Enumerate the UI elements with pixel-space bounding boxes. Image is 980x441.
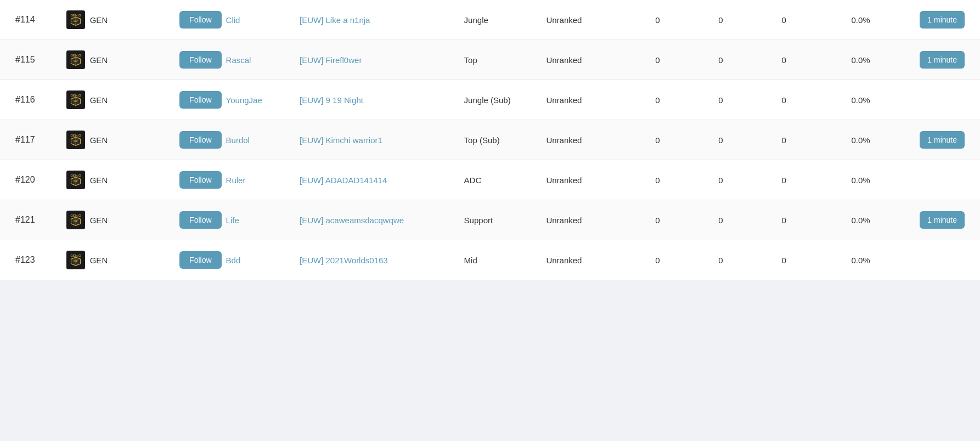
- svg-text:GEN.G: GEN.G: [70, 174, 81, 177]
- summoner-cell[interactable]: [EUW] acaweamsdacqwqwe: [291, 200, 455, 240]
- team-cell: GEN.G GP GEN: [57, 40, 171, 80]
- stat1-cell: 0: [626, 80, 689, 120]
- team-name-label: GEN: [90, 135, 108, 145]
- follow-button[interactable]: Follow: [179, 211, 221, 229]
- tier-cell: Unranked: [537, 80, 626, 120]
- pct-cell: 0.0%: [815, 240, 878, 280]
- team-cell: GEN.G GP GEN: [57, 80, 171, 120]
- rank-cell: #115: [0, 40, 57, 80]
- summoner-cell[interactable]: [EUW] 9 19 Night: [291, 80, 455, 120]
- rank-cell: #116: [0, 80, 57, 120]
- stat1-cell: 0: [626, 120, 689, 160]
- role-cell: Jungle (Sub): [455, 80, 538, 120]
- rank-number: #116: [15, 95, 35, 104]
- summoner-cell[interactable]: [EUW] Firefl0wer: [291, 40, 455, 80]
- tier-cell: Unranked: [537, 200, 626, 240]
- player-name-label: Burdol: [226, 135, 250, 145]
- rank-number: #120: [15, 175, 35, 184]
- time-cell: 1 minute: [879, 40, 980, 80]
- stat3-cell: 0: [752, 120, 815, 160]
- stat3-cell: 0: [752, 80, 815, 120]
- rank-number: #115: [15, 55, 35, 64]
- stat3-cell: 0: [752, 160, 815, 200]
- follow-button[interactable]: Follow: [179, 91, 221, 109]
- svg-text:GEN.G: GEN.G: [70, 94, 81, 97]
- stat2-cell: 0: [689, 0, 752, 40]
- tier-cell: Unranked: [537, 240, 626, 280]
- pct-cell: 0.0%: [815, 120, 878, 160]
- stat2-cell: 0: [689, 40, 752, 80]
- team-name-label: GEN: [90, 55, 108, 65]
- svg-text:GP: GP: [74, 179, 78, 183]
- svg-text:GP: GP: [74, 219, 78, 223]
- follow-button[interactable]: Follow: [179, 51, 221, 69]
- player-name-label: Rascal: [226, 55, 251, 65]
- player-cell: FollowLife: [171, 200, 291, 240]
- player-cell: FollowBdd: [171, 240, 291, 280]
- table-row: #123 GEN.G GP GENFollowBdd[EUW] 2021Worl…: [0, 240, 980, 280]
- rank-cell: #121: [0, 200, 57, 240]
- stat2-cell: 0: [689, 160, 752, 200]
- summoner-cell[interactable]: [EUW] ADADAD141414: [291, 160, 455, 200]
- svg-text:GEN.G: GEN.G: [70, 54, 81, 57]
- stat3-cell: 0: [752, 240, 815, 280]
- role-cell: Support: [455, 200, 538, 240]
- team-cell: GEN.G GP GEN: [57, 240, 171, 280]
- player-cell: FollowClid: [171, 0, 291, 40]
- pct-cell: 0.0%: [815, 200, 878, 240]
- summoner-cell[interactable]: [EUW] Like a n1nja: [291, 0, 455, 40]
- table-row: #116 GEN.G GP GENFollowYoungJae[EUW] 9 1…: [0, 80, 980, 120]
- team-name-label: GEN: [90, 256, 108, 265]
- team-logo-icon: GEN.G GP: [66, 50, 86, 70]
- follow-button[interactable]: Follow: [179, 251, 221, 269]
- stat2-cell: 0: [689, 80, 752, 120]
- player-cell: FollowBurdol: [171, 120, 291, 160]
- team-name-label: GEN: [90, 15, 108, 25]
- rank-number: #114: [15, 15, 35, 24]
- summoner-link[interactable]: [EUW] Kimchi warrior1: [300, 135, 382, 145]
- summoner-link[interactable]: [EUW] 9 19 Night: [300, 95, 363, 105]
- svg-text:GEN.G: GEN.G: [70, 134, 81, 137]
- stat3-cell: 0: [752, 200, 815, 240]
- summoner-link[interactable]: [EUW] Firefl0wer: [300, 55, 362, 65]
- stat1-cell: 0: [626, 160, 689, 200]
- player-cell: FollowYoungJae: [171, 80, 291, 120]
- table-row: #117 GEN.G GP GENFollowBurdol[EUW] Kimch…: [0, 120, 980, 160]
- summoner-cell[interactable]: [EUW] Kimchi warrior1: [291, 120, 455, 160]
- follow-button[interactable]: Follow: [179, 11, 221, 29]
- pct-cell: 0.0%: [815, 40, 878, 80]
- role-cell: Top (Sub): [455, 120, 538, 160]
- time-badge: 1 minute: [920, 131, 965, 149]
- stat1-cell: 0: [626, 40, 689, 80]
- summoner-link[interactable]: [EUW] acaweamsdacqwqwe: [300, 216, 404, 225]
- time-cell: [879, 80, 980, 120]
- team-cell: GEN.G GP GEN: [57, 160, 171, 200]
- time-cell: 1 minute: [879, 120, 980, 160]
- summoner-link[interactable]: [EUW] 2021Worlds0163: [300, 256, 388, 265]
- team-name-label: GEN: [90, 216, 108, 225]
- pct-cell: 0.0%: [815, 0, 878, 40]
- pct-cell: 0.0%: [815, 160, 878, 200]
- follow-button[interactable]: Follow: [179, 171, 221, 189]
- stat1-cell: 0: [626, 240, 689, 280]
- time-cell: 1 minute: [879, 0, 980, 40]
- summoner-link[interactable]: [EUW] Like a n1nja: [300, 15, 370, 25]
- svg-text:GEN.G: GEN.G: [70, 254, 81, 257]
- svg-text:GEN.G: GEN.G: [70, 214, 81, 217]
- summoner-link[interactable]: [EUW] ADADAD141414: [300, 176, 387, 185]
- tier-cell: Unranked: [537, 160, 626, 200]
- team-cell: GEN.G GP GEN: [57, 120, 171, 160]
- team-cell: GEN.G GP GEN: [57, 0, 171, 40]
- time-badge: 1 minute: [920, 211, 965, 229]
- team-logo-icon: GEN.G GP: [66, 10, 86, 30]
- rank-number: #117: [15, 135, 35, 144]
- follow-button[interactable]: Follow: [179, 131, 221, 149]
- table-row: #115 GEN.G GP GENFollowRascal[EUW] Firef…: [0, 40, 980, 80]
- team-name-label: GEN: [90, 176, 108, 185]
- summoner-cell[interactable]: [EUW] 2021Worlds0163: [291, 240, 455, 280]
- player-name-label: Clid: [226, 15, 240, 25]
- team-logo-icon: GEN.G GP: [66, 90, 86, 110]
- role-cell: ADC: [455, 160, 538, 200]
- player-name-label: Ruler: [226, 176, 246, 185]
- team-cell: GEN.G GP GEN: [57, 200, 171, 240]
